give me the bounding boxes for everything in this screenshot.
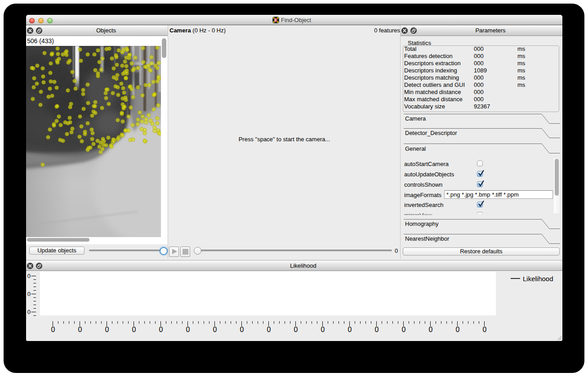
svg-text:F: F	[275, 18, 277, 22]
